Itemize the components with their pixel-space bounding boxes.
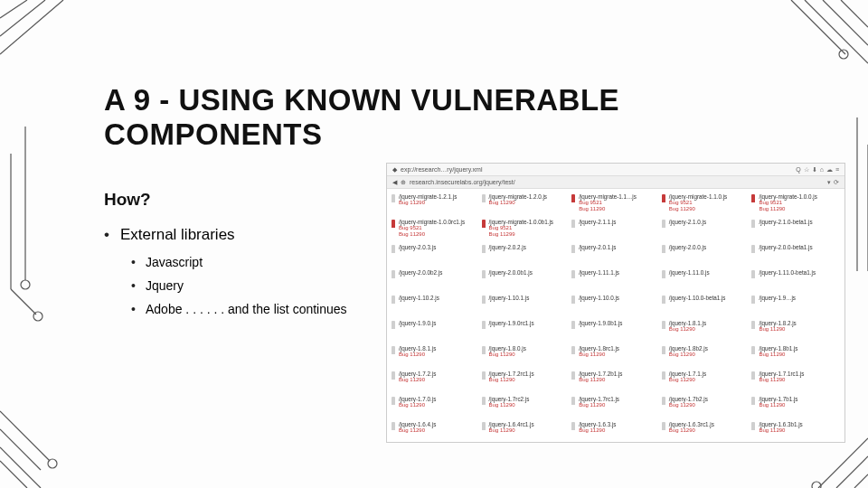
vuln-cell: /jquery-migrate-1.2.0.jsBug 11290 [481,191,571,216]
vuln-cell: /jquery-1.7b2.jsBug 11290 [661,393,751,418]
bottle-icon [571,220,575,228]
bug-label-1: Bug 11290 [399,427,481,434]
vuln-cell: /jquery-migrate-1.0.0rc1.jsBug 9521Bug 1… [391,216,481,241]
bottle-icon [662,422,665,430]
bottle-icon [392,321,395,329]
vuln-cell: /jquery-1.7rc2.jsBug 11290 [481,393,571,418]
toolbar-icons: Q ☆ ⬇ ⌂ ☁ ≡ [796,166,839,174]
bug-label-2: Bug 11290 [669,206,751,212]
menu-icon: ≡ [835,166,839,174]
file-name: /jquery-1.11.0-beta1.js [759,269,841,276]
bottle-icon [571,194,575,202]
bottle-icon [482,371,486,380]
bullet-dot: • [104,226,120,244]
cloud-icon: ☁ [826,166,833,174]
file-name: /jquery-1.8b2.js [669,345,751,352]
file-name: /jquery-1.7.0.js [399,396,481,402]
vuln-cell: /jquery-2.0.1.js [571,241,661,267]
vuln-cell: /jquery-1.11.0-beta1.js [750,267,841,292]
file-name: /jquery-2.0.2.js [489,244,571,250]
bottle-icon [392,220,395,228]
svg-point-4 [21,280,30,289]
vuln-cell: /jquery-1.6.4.jsBug 11290 [391,418,481,443]
bottle-icon [571,371,575,380]
vuln-cell: /jquery-2.0.0.js [661,241,751,267]
file-name: /jquery-1.10.1.js [489,295,571,301]
firefox-icon: ◆ [392,166,397,174]
bottle-icon [482,270,486,278]
svg-point-9 [48,459,57,468]
bottle-icon [571,422,575,430]
svg-line-16 [791,0,845,54]
bottle-icon [392,397,395,405]
browser-panel: ◆ exp://research…ry/jquery.xml Q ☆ ⬇ ⌂ ☁… [386,163,845,443]
bottle-icon [751,220,755,228]
bottle-icon [662,321,665,329]
vuln-cell: /jquery-2.1.0-beta1.js [750,216,841,241]
bug-label-1: Bug 9521 [579,200,661,206]
bullet-dot: • [131,278,146,293]
vuln-cell: /jquery-1.9.0b1.js [571,317,661,343]
file-name: /jquery-1.10.0.js [579,295,661,301]
bottle-icon [482,296,486,304]
bullet-dot: • [131,255,146,269]
file-name: /jquery-migrate-1.0.0b1.js [489,219,571,225]
file-name: /jquery-1.7b1.js [759,396,841,402]
bug-label-1: Bug 9521 [759,200,841,206]
vuln-cell: /jquery-1.7.1.jsBug 11290 [661,368,751,393]
bug-label-1: Bug 11290 [759,402,841,408]
bottle-icon [392,194,395,202]
bottle-icon [751,296,755,304]
vuln-cell: /jquery-1.8b1.jsBug 11290 [750,343,841,368]
bottle-icon [392,245,395,253]
file-name: /jquery-1.8.0.js [489,345,571,352]
vuln-cell: /jquery-1.7.2b1.jsBug 11290 [571,368,661,393]
file-name: /jquery-1.6.4.js [399,421,481,427]
url-text: research.insecurelabs.org/jquery/test/ [410,179,515,185]
file-name: /jquery-1.8.1.js [399,345,481,352]
bottle-icon [751,422,755,430]
bug-label-1: Bug 11290 [669,427,751,434]
file-name: /jquery-1.10.2.js [399,295,481,301]
file-name: /jquery-1.7b2.js [669,396,751,402]
svg-point-17 [839,50,848,59]
file-name: /jquery-2.1.1.js [579,219,661,225]
bottle-icon [751,270,755,278]
bug-label-1: Bug 9521 [669,200,751,206]
vuln-cell: /jquery-1.6.3rc1.jsBug 11290 [661,418,751,443]
title-line-1: A 9 - USING KNOWN VULNERABLE [104,83,619,117]
svg-line-14 [823,0,868,45]
bottle-icon [482,220,486,228]
vuln-cell: /jquery-1.10.2.js [391,292,481,317]
bug-label-2: Bug 11290 [579,206,661,212]
vuln-cell: /jquery-1.11.0.js [661,267,751,292]
home-icon: ⌂ [820,166,824,174]
bottle-icon [392,422,395,430]
file-name: /jquery-1.7.1rc1.js [759,371,841,377]
vuln-cell: /jquery-1.9…js [750,292,841,317]
file-name: /jquery-1.6.3rc1.js [669,421,751,427]
svg-line-11 [0,447,41,488]
bottle-icon [751,321,755,329]
file-name: /jquery-1.8.1.js [669,320,751,326]
file-name: /jquery-2.1.0.js [669,219,751,225]
bug-label-1: Bug 11290 [399,200,481,206]
svg-line-2 [0,0,27,18]
bug-label-1: Bug 11290 [759,326,841,333]
svg-point-7 [33,312,42,321]
svg-point-23 [812,482,821,488]
bottle-icon [751,346,755,354]
slide-title: A 9 - USING KNOWN VULNERABLE COMPONENTS [104,83,619,152]
bottle-icon [662,270,665,278]
vuln-cell: /jquery-1.10.0.js [571,292,661,317]
file-name: /jquery-2.0.0b1.js [489,269,571,276]
svg-line-12 [0,461,27,488]
file-name: /jquery-2.0.0b2.js [399,269,481,276]
bottle-icon [751,371,755,380]
file-name: /jquery-1.11.1.js [579,269,661,276]
file-name: /jquery-migrate-1.0.0rc1.js [399,219,481,225]
file-name: /jquery-1.9.0b1.js [579,320,661,326]
bottle-icon [482,245,486,253]
vuln-cell: /jquery-migrate-1.0.0b1.jsBug 9521Bug 11… [481,216,571,241]
bottle-icon [662,194,665,202]
